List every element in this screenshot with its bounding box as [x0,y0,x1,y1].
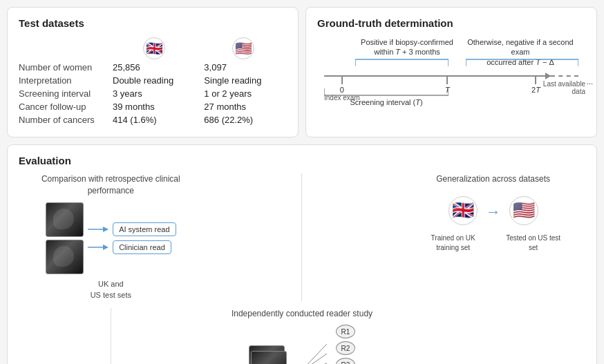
row-label: Number of women [19,61,108,74]
table-row: Screening interval 3 years 1 or 2 years [19,87,287,100]
uk-flag-badge: 🇬🇧 [449,196,478,228]
row-uk: 39 months [108,100,200,113]
brace-negative [466,58,578,70]
tick-dots: ... [587,76,593,86]
ai-flow: AI system read [88,222,176,236]
row-uk: 25,856 [108,61,200,74]
eval-section-comparison: Comparison with retrospective clinical p… [19,173,203,301]
row-label: Number of cancers [19,113,108,126]
mammogram-image [46,202,84,237]
divider-1 [301,173,302,301]
brace-positive [355,58,449,70]
svg-marker-12 [103,245,108,250]
clinician-flow: Clinician read [88,240,171,254]
flow-arrows: AI system read Clinician read [88,222,176,254]
comparison-diagram: AI system read Clinician read [46,202,176,274]
row-us: Single reading [200,74,287,87]
row-us: 3,097 [200,61,287,74]
uk-flag: 🇬🇧 [143,37,165,59]
test-datasets-title: Test datasets [19,17,287,29]
last-data-label: Last available data [530,80,585,95]
reader-title: Independently conducted reader study [232,308,372,320]
reader-mammo-stack [249,345,290,364]
evaluation-title: Evaluation [19,155,585,166]
row-uk: Double reading [108,74,200,87]
divider-2 [111,308,111,364]
arrow-to-clinician [88,242,108,253]
comparison-bottom-label: UK andUS test sets [91,278,131,301]
svg-marker-10 [103,227,108,232]
row-us: 27 months [200,100,287,113]
comparison-title: Comparison with retrospective clinical p… [19,173,203,197]
uk-flag-icon: 🇬🇧 [449,196,478,225]
ai-box: AI system read [113,222,176,236]
reader-R3: R3 [336,358,355,364]
clinician-box: Clinician read [113,240,171,254]
reader-circles: R1 R2 R3 R4 R5 R6 [336,325,355,364]
arrow-to-ai [88,224,108,235]
row-uk: 3 years [108,87,200,100]
mammogram-stack [46,202,84,274]
row-label: Cancer follow-up [19,100,108,113]
mammogram-image [46,240,84,274]
row-us: 1 or 2 years [200,87,287,100]
mammo-layer-2 [251,351,287,364]
gen-labels: Trained on UK training set Tested on US … [426,233,561,253]
row-label: Screening interval [19,87,108,100]
timeline-dotted [551,75,578,77]
timeline-arrow [545,73,551,79]
us-flag-icon: 🇺🇸 [509,196,538,225]
ground-truth-title: Ground-truth determination [317,17,585,29]
test-datasets-card: Test datasets 🇬🇧 🇺🇸 Number of women 25,8… [7,7,299,137]
us-flag: 🇺🇸 [232,37,254,59]
row-us: 686 (22.2%) [200,113,287,126]
reader-fan-lines [296,338,330,364]
reader-R1: R1 [336,325,355,338]
reader-R2: R2 [336,341,355,355]
svg-line-13 [299,344,327,364]
row-uk: 414 (1.6%) [108,113,200,126]
evaluation-card: Evaluation Comparison with retrospective… [7,144,597,364]
eval-section-reader: Independently conducted reader study [210,308,395,364]
tested-label: Tested on US test set [506,233,561,253]
eval-section-generalization: Generalization across datasets 🇬🇧 → 🇺🇸 T… [401,173,585,301]
gen-arrow: → [486,203,501,221]
positive-label: Positive if biopsy-confirmedwithin T + 3… [355,37,459,57]
screening-interval-brace [324,86,449,99]
generalization-title: Generalization across datasets [436,173,550,185]
table-row: Number of women 25,856 3,097 [19,61,287,74]
table-row: Cancer follow-up 39 months 27 months [19,100,287,113]
ground-truth-card: Ground-truth determination Positive if b… [305,7,597,137]
uk-to-us-flow: 🇬🇧 → 🇺🇸 [449,196,538,228]
reader-diagram: R1 R2 R3 R4 R5 R6 [249,325,355,364]
trained-label: Trained on UK training set [426,233,481,253]
table-row: Interpretation Double reading Single rea… [19,74,287,87]
table-row: Number of cancers 414 (1.6%) 686 (22.2%) [19,113,287,126]
row-label: Interpretation [19,74,108,87]
screening-interval-label: Screening interval (T) [324,98,449,106]
us-flag-badge: 🇺🇸 [509,196,538,228]
